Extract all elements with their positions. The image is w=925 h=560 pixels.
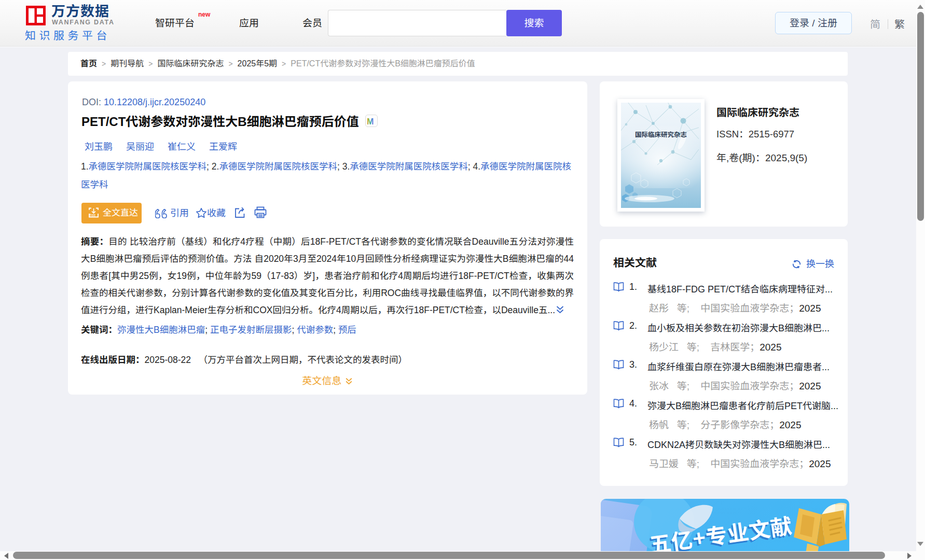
svg-text:free: free: [90, 213, 96, 217]
svg-text:国际临床研究杂志: 国际临床研究杂志: [635, 129, 687, 139]
svg-text:M: M: [367, 117, 374, 125]
